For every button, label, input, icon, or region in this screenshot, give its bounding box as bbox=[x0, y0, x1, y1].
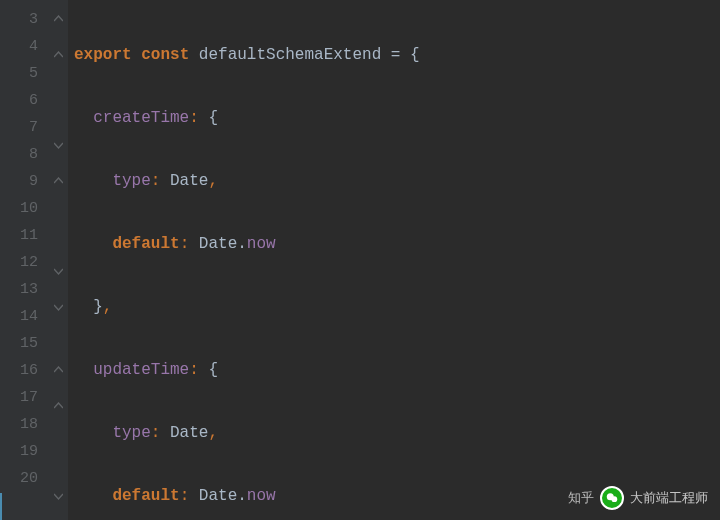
line-number: 20 bbox=[0, 465, 48, 492]
watermark: 知乎 大前端工程师 bbox=[568, 486, 708, 510]
code-line: type: Date, bbox=[74, 420, 720, 447]
fold-gutter bbox=[48, 0, 68, 520]
fold-guide-icon bbox=[48, 105, 68, 132]
line-number: 5 bbox=[0, 60, 48, 87]
fold-close-icon[interactable] bbox=[48, 141, 68, 168]
wechat-icon bbox=[600, 486, 624, 510]
fold-close-icon[interactable] bbox=[48, 492, 68, 519]
fold-open-icon[interactable] bbox=[48, 51, 68, 78]
fold-guide-icon bbox=[48, 231, 68, 258]
line-number: 15 bbox=[0, 330, 48, 357]
fold-close-icon[interactable] bbox=[48, 303, 68, 330]
line-number: 13 bbox=[0, 276, 48, 303]
fold-open-icon[interactable] bbox=[48, 15, 68, 42]
fold-guide-icon bbox=[48, 204, 68, 231]
fold-open-icon[interactable] bbox=[48, 402, 68, 429]
code-line: default: Date.now bbox=[74, 231, 720, 258]
code-line: updateTime: { bbox=[74, 357, 720, 384]
line-number: 19 bbox=[0, 438, 48, 465]
line-number: 10 bbox=[0, 195, 48, 222]
line-number: 7 bbox=[0, 114, 48, 141]
line-number: 9 bbox=[0, 168, 48, 195]
fold-close-icon[interactable] bbox=[48, 267, 68, 294]
line-number: 16 bbox=[0, 357, 48, 384]
fold-open-icon[interactable] bbox=[48, 177, 68, 204]
caret-indicator bbox=[0, 493, 2, 520]
fold-guide-icon bbox=[48, 330, 68, 357]
line-number: 14 bbox=[0, 303, 48, 330]
code-line: export const defaultSchemaExtend = { bbox=[74, 42, 720, 69]
code-editor[interactable]: 3 4 5 6 7 8 9 10 11 12 13 14 15 16 17 18… bbox=[0, 0, 720, 520]
line-number: 3 bbox=[0, 6, 48, 33]
line-number: 18 bbox=[0, 411, 48, 438]
code-line: type: Date, bbox=[74, 168, 720, 195]
line-number-gutter: 3 4 5 6 7 8 9 10 11 12 13 14 15 16 17 18… bbox=[0, 0, 48, 520]
line-number: 11 bbox=[0, 222, 48, 249]
svg-point-1 bbox=[611, 496, 617, 502]
code-line: createTime: { bbox=[74, 105, 720, 132]
watermark-author: 大前端工程师 bbox=[630, 489, 708, 507]
line-number: 4 bbox=[0, 33, 48, 60]
watermark-brand: 知乎 bbox=[568, 489, 594, 507]
fold-guide-icon bbox=[48, 78, 68, 105]
line-number: 17 bbox=[0, 384, 48, 411]
line-number: 6 bbox=[0, 87, 48, 114]
fold-guide-icon bbox=[48, 456, 68, 483]
fold-guide-icon bbox=[48, 429, 68, 456]
code-area[interactable]: export const defaultSchemaExtend = { cre… bbox=[68, 0, 720, 520]
fold-open-icon[interactable] bbox=[48, 366, 68, 393]
line-number: 8 bbox=[0, 141, 48, 168]
line-number: 12 bbox=[0, 249, 48, 276]
code-line: }, bbox=[74, 294, 720, 321]
